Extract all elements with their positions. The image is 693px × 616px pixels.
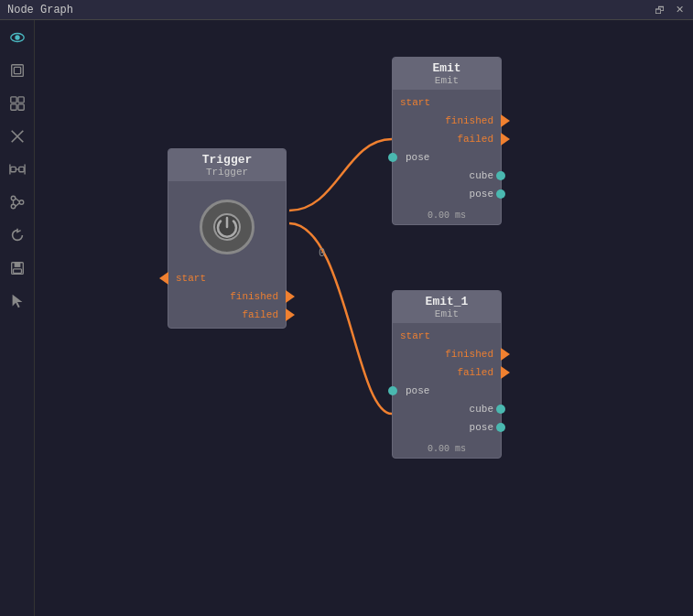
emit1-cube-label: cube bbox=[462, 404, 501, 415]
emit-pose-input-label: pose bbox=[393, 152, 437, 163]
cursor-icon[interactable] bbox=[7, 291, 27, 311]
trigger-start-port: start bbox=[168, 269, 286, 287]
svg-rect-3 bbox=[14, 67, 20, 73]
svg-point-15 bbox=[11, 196, 16, 200]
canvas-area[interactable]: 0 Trigger Trigger bbox=[35, 20, 693, 616]
svg-line-19 bbox=[15, 199, 19, 202]
refresh-icon[interactable] bbox=[7, 225, 27, 245]
emit1-pose-output-connector bbox=[496, 423, 505, 432]
emit-finished-arrow bbox=[501, 114, 510, 127]
svg-rect-4 bbox=[10, 97, 16, 103]
svg-rect-11 bbox=[18, 167, 23, 171]
zero-label: 0 bbox=[319, 247, 325, 260]
title-bar: Node Graph 🗗 ✕ bbox=[0, 0, 693, 20]
trigger-node: Trigger Trigger sta bbox=[168, 148, 287, 329]
eye-icon[interactable] bbox=[7, 27, 27, 48]
emit1-node-subtitle: Emit bbox=[400, 308, 493, 319]
emit-finished-label: finished bbox=[438, 115, 501, 126]
svg-rect-7 bbox=[17, 104, 23, 110]
branch-icon[interactable] bbox=[7, 192, 27, 212]
crosshair-icon[interactable] bbox=[7, 126, 27, 146]
emit-failed-port: failed bbox=[393, 130, 501, 148]
emit-pose-output-port: pose bbox=[393, 185, 501, 203]
emit1-pose-output-port: pose bbox=[393, 418, 501, 437]
svg-rect-2 bbox=[11, 65, 23, 77]
node-grid-icon[interactable] bbox=[7, 93, 27, 113]
emit-start-port: start bbox=[393, 93, 501, 112]
window-controls: 🗗 ✕ bbox=[653, 4, 686, 16]
emit-node-subtitle: Emit bbox=[400, 75, 493, 86]
emit-failed-arrow bbox=[501, 133, 510, 146]
window-title: Node Graph bbox=[7, 4, 73, 16]
emit-node-title: Emit bbox=[400, 61, 493, 75]
restore-button[interactable]: 🗗 bbox=[653, 4, 666, 16]
save-icon[interactable] bbox=[7, 258, 27, 278]
svg-rect-5 bbox=[17, 97, 23, 103]
emit1-cube-connector bbox=[496, 405, 505, 414]
trigger-finished-port: finished bbox=[168, 287, 286, 306]
trigger-failed-port: failed bbox=[168, 306, 286, 324]
distribute-icon[interactable] bbox=[7, 159, 27, 179]
emit-pose-input-connector bbox=[388, 153, 397, 162]
emit1-pose-input-connector bbox=[388, 386, 397, 395]
main-area: 0 Trigger Trigger bbox=[0, 20, 693, 616]
emit1-finished-label: finished bbox=[438, 349, 501, 360]
emit1-pose-input-label: pose bbox=[393, 385, 437, 396]
emit1-failed-port: failed bbox=[393, 363, 501, 382]
svg-point-1 bbox=[15, 35, 19, 39]
svg-point-16 bbox=[11, 204, 16, 209]
svg-rect-6 bbox=[10, 104, 16, 110]
emit1-start-port: start bbox=[393, 327, 501, 345]
emit-start-label: start bbox=[393, 97, 438, 108]
emit-cube-connector bbox=[496, 171, 505, 180]
connections-svg bbox=[35, 20, 693, 616]
emit-pose-output-connector bbox=[496, 189, 505, 199]
svg-point-17 bbox=[19, 200, 24, 205]
svg-line-20 bbox=[15, 203, 19, 207]
emit1-cube-port: cube bbox=[393, 400, 501, 418]
svg-marker-24 bbox=[12, 295, 22, 308]
emit1-node: Emit_1 Emit start finished failed bbox=[392, 290, 502, 459]
emit1-node-footer: 0.00 ms bbox=[393, 440, 501, 458]
emit1-finished-arrow bbox=[501, 348, 510, 361]
svg-rect-23 bbox=[13, 269, 21, 274]
emit-finished-port: finished bbox=[393, 112, 501, 130]
emit1-node-header: Emit_1 Emit bbox=[393, 291, 501, 323]
svg-rect-22 bbox=[15, 263, 19, 267]
trigger-failed-label: failed bbox=[234, 309, 286, 320]
trigger-node-subtitle: Trigger bbox=[176, 167, 278, 178]
svg-rect-10 bbox=[10, 167, 15, 171]
emit1-start-label: start bbox=[393, 330, 438, 341]
trigger-node-header: Trigger Trigger bbox=[168, 149, 286, 181]
emit1-node-title: Emit_1 bbox=[400, 295, 493, 308]
emit-cube-label: cube bbox=[462, 170, 501, 181]
emit-node-body: start finished failed pose bbox=[393, 90, 501, 207]
emit-node-footer: 0.00 ms bbox=[393, 207, 501, 224]
trigger-start-label: start bbox=[168, 273, 213, 284]
emit1-pose-output-label: pose bbox=[462, 422, 501, 433]
emit1-node-body: start finished failed pose bbox=[393, 323, 501, 440]
emit1-finished-port: finished bbox=[393, 345, 501, 363]
trigger-node-title: Trigger bbox=[176, 153, 278, 167]
emit-cube-port: cube bbox=[393, 167, 501, 185]
emit-pose-output-label: pose bbox=[462, 189, 501, 200]
emit-node-header: Emit Emit bbox=[393, 58, 501, 90]
failed-arrow-right bbox=[286, 308, 295, 321]
start-arrow-left bbox=[159, 272, 168, 285]
power-button[interactable] bbox=[200, 200, 254, 254]
emit-node: Emit Emit start finished failed bbox=[392, 57, 502, 225]
emit1-pose-input-port: pose bbox=[393, 382, 501, 400]
emit1-failed-label: failed bbox=[449, 367, 501, 378]
emit-pose-input-port: pose bbox=[393, 148, 501, 167]
emit-failed-label: failed bbox=[449, 134, 501, 145]
trigger-node-body: start finished failed bbox=[168, 181, 286, 328]
close-button[interactable]: ✕ bbox=[674, 4, 686, 16]
finished-arrow-right bbox=[286, 290, 295, 303]
trigger-finished-label: finished bbox=[222, 291, 286, 302]
sidebar bbox=[0, 20, 35, 616]
emit1-failed-arrow bbox=[501, 366, 510, 379]
layers-icon[interactable] bbox=[7, 60, 27, 81]
